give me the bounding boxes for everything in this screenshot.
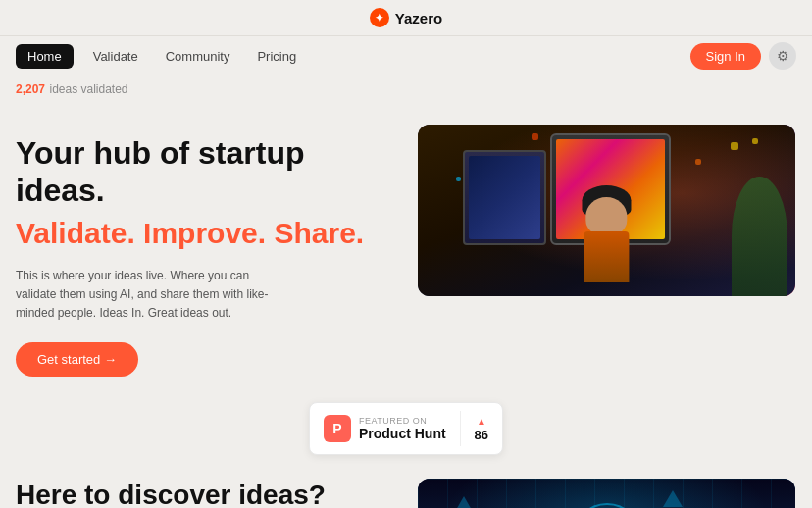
ph-count: 86 [475, 428, 488, 442]
stats-bar: 2,207 ideas validated [0, 76, 812, 105]
plant-decoration [732, 177, 788, 297]
ph-text: FEATURED ON Product Hunt [359, 416, 446, 441]
char-body [584, 231, 629, 283]
product-hunt-badge[interactable]: P FEATURED ON Product Hunt ▲ 86 [309, 402, 503, 455]
logo-icon: ✦ [370, 8, 389, 27]
topbar: ✦ Yazero [0, 0, 812, 36]
bottom-section: Here to discover ideas? Check out the Co… [0, 469, 812, 508]
particle-6 [752, 138, 758, 144]
ph-arrow-icon: ▲ [477, 416, 486, 427]
nav-community[interactable]: Community [154, 44, 242, 69]
character-figure [569, 197, 644, 283]
ph-divider [460, 411, 461, 446]
desk-scene [418, 125, 795, 296]
ph-upvote: ▲ 86 [475, 416, 488, 442]
ideas-count: 2,207 [16, 82, 45, 96]
ph-product-name: Product Hunt [359, 426, 446, 441]
settings-icon[interactable]: ⚙ [769, 42, 796, 70]
nav-validate[interactable]: Validate [81, 44, 150, 69]
ph-featured-label: FEATURED ON [359, 416, 446, 426]
hero-subtitle: Validate. Improve. Share. [16, 216, 398, 251]
ideas-label-text: ideas validated [49, 82, 127, 96]
get-started-button[interactable]: Get started → [16, 342, 138, 377]
product-hunt-logo: P [324, 415, 351, 442]
hero-description: This is where your ideas live. Where you… [16, 267, 290, 324]
hero-left: Your hub of startup ideas. Validate. Imp… [16, 125, 398, 377]
nav-home[interactable]: Home [16, 44, 74, 69]
ph-left: P FEATURED ON Product Hunt [324, 415, 446, 442]
logo-text: Yazero [395, 10, 442, 26]
hero-title: Your hub of startup ideas. [16, 134, 398, 210]
nav-items: Validate Community Pricing [81, 44, 309, 69]
logo[interactable]: ✦ Yazero [370, 8, 442, 27]
particle-3 [456, 177, 461, 181]
particle-1 [731, 142, 738, 150]
nav-pricing[interactable]: Pricing [245, 44, 308, 69]
community-left: Here to discover ideas? Check out the Co… [16, 479, 398, 508]
navigation: Home Validate Community Pricing Sign In … [0, 36, 812, 76]
hero-image [418, 125, 795, 296]
community-image [418, 479, 795, 508]
char-head [585, 197, 627, 235]
float-triangle-1 [456, 496, 472, 508]
product-hunt-section: P FEATURED ON Product Hunt ▲ 86 [0, 392, 812, 469]
monitor-left [463, 150, 546, 244]
particle-4 [532, 133, 538, 140]
discover-title: Here to discover ideas? [16, 479, 398, 508]
float-triangle-3 [663, 490, 683, 507]
main-content: Your hub of startup ideas. Validate. Imp… [0, 105, 812, 392]
particle-2 [695, 159, 701, 165]
sign-in-button[interactable]: Sign In [690, 43, 761, 70]
nav-right: Sign In ⚙ [690, 42, 796, 70]
